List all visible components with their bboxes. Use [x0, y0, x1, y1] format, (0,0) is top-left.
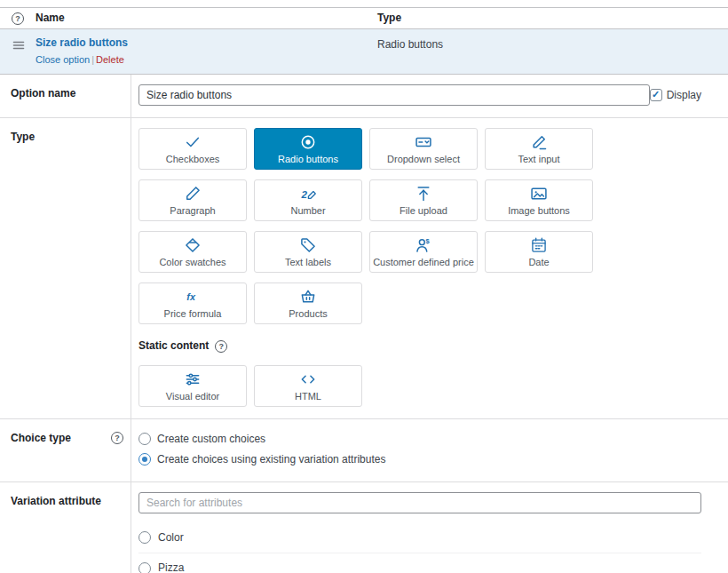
row-choice-type: Choice type Create custom choices Create… — [0, 419, 728, 482]
dropdown-icon — [415, 133, 432, 151]
action-separator: | — [91, 54, 94, 65]
text-input-icon — [530, 133, 548, 151]
type-tile-radio-buttons[interactable]: Radio buttons — [254, 128, 362, 170]
radio-custom-choices[interactable] — [138, 433, 151, 445]
type-tile-paragraph[interactable]: Paragraph — [138, 179, 247, 221]
display-checkbox-label: Display — [667, 88, 701, 103]
type-tile-file-upload[interactable]: File upload — [369, 179, 478, 221]
column-header-name: Name — [36, 11, 377, 26]
row-variation-attribute: Variation attribute Color Pizza Size — [0, 482, 728, 573]
image-buttons-icon — [530, 185, 548, 203]
html-icon — [299, 370, 317, 388]
option-actions: Close option|Delete — [36, 53, 377, 67]
column-header-type: Type — [377, 11, 728, 26]
check-icon — [184, 133, 202, 151]
choice-type-help-icon[interactable] — [111, 432, 123, 444]
drag-handle-icon[interactable] — [12, 38, 26, 52]
type-tile-customer-defined-price[interactable]: $ Customer defined price — [369, 231, 478, 273]
options-table: Name Type Size radio buttons Close optio… — [0, 7, 728, 573]
radio-attribute-color[interactable] — [138, 531, 151, 544]
calendar-icon — [530, 236, 548, 254]
option-row: Size radio buttons Close option|Delete R… — [0, 29, 728, 75]
paragraph-icon — [184, 185, 202, 203]
customer-price-icon: $ — [415, 236, 432, 254]
help-icon[interactable] — [12, 12, 24, 25]
type-tile-image-buttons[interactable]: Image buttons — [485, 179, 593, 221]
type-tile-dropdown-select[interactable]: Dropdown select — [369, 128, 478, 170]
attribute-list: Color Pizza Size — [138, 523, 701, 573]
radio-variation-choices[interactable] — [138, 453, 151, 466]
static-content-label: Static content — [138, 338, 209, 354]
attribute-item-pizza[interactable]: Pizza — [138, 553, 701, 573]
svg-text:fx: fx — [186, 291, 196, 302]
formula-icon: fx — [184, 288, 202, 306]
type-tiles: Checkboxes Radio buttons Dropdown select… — [138, 128, 701, 324]
attribute-color-label: Color — [158, 530, 184, 545]
type-tile-html[interactable]: HTML — [254, 365, 362, 407]
choice-type-label: Choice type — [11, 431, 71, 446]
radio-attribute-pizza[interactable] — [138, 562, 151, 573]
variation-attribute-label: Variation attribute — [11, 494, 101, 509]
type-label: Type — [11, 130, 35, 145]
static-content-heading: Static content — [138, 338, 701, 354]
attribute-item-color[interactable]: Color — [138, 523, 701, 554]
products-icon — [299, 288, 317, 306]
delete-option-link[interactable]: Delete — [96, 54, 124, 65]
display-checkbox[interactable] — [650, 89, 662, 101]
option-name-input[interactable] — [138, 84, 650, 106]
color-swatches-icon — [184, 236, 202, 254]
option-title-link[interactable]: Size radio buttons — [36, 36, 128, 51]
page: { "colors": { "accent": "#2271b1", "sele… — [0, 0, 728, 573]
type-tile-number[interactable]: 2 Number — [254, 179, 362, 221]
type-tile-color-swatches[interactable]: Color swatches — [138, 231, 247, 273]
type-tile-products[interactable]: Products — [254, 283, 362, 324]
table-header-row: Name Type — [0, 8, 728, 29]
type-tile-text-labels[interactable]: Text labels — [254, 231, 362, 273]
type-tile-visual-editor[interactable]: Visual editor — [138, 365, 247, 407]
text-labels-icon — [299, 236, 317, 254]
choice-type-option-variation[interactable]: Create choices using existing variation … — [138, 450, 701, 470]
attribute-pizza-label: Pizza — [158, 561, 184, 573]
file-upload-icon — [415, 185, 432, 203]
svg-text:2: 2 — [301, 188, 308, 200]
type-tile-date[interactable]: Date — [485, 231, 593, 273]
option-name-label: Option name — [11, 86, 75, 101]
type-tile-price-formula[interactable]: fx Price formula — [138, 283, 247, 324]
attribute-search-input[interactable] — [138, 492, 701, 513]
type-tile-checkboxes[interactable]: Checkboxes — [138, 128, 247, 170]
option-type-value: Radio buttons — [377, 36, 728, 67]
static-content-help-icon[interactable] — [215, 340, 227, 353]
row-type: Type Checkboxes Radio buttons Dropdown s… — [0, 118, 728, 419]
choice-type-option-custom[interactable]: Create custom choices — [138, 429, 701, 450]
number-icon: 2 — [299, 185, 317, 203]
close-option-link[interactable]: Close option — [36, 54, 90, 65]
static-content-tiles: Visual editor HTML — [138, 365, 701, 407]
svg-text:$: $ — [426, 237, 431, 245]
visual-editor-icon — [184, 370, 202, 388]
type-tile-text-input[interactable]: Text input — [485, 128, 593, 170]
row-option-name: Option name Display — [0, 75, 728, 118]
radio-icon — [299, 133, 317, 151]
radio-variation-choices-label: Create choices using existing variation … — [157, 452, 385, 467]
radio-custom-choices-label: Create custom choices — [157, 432, 265, 447]
